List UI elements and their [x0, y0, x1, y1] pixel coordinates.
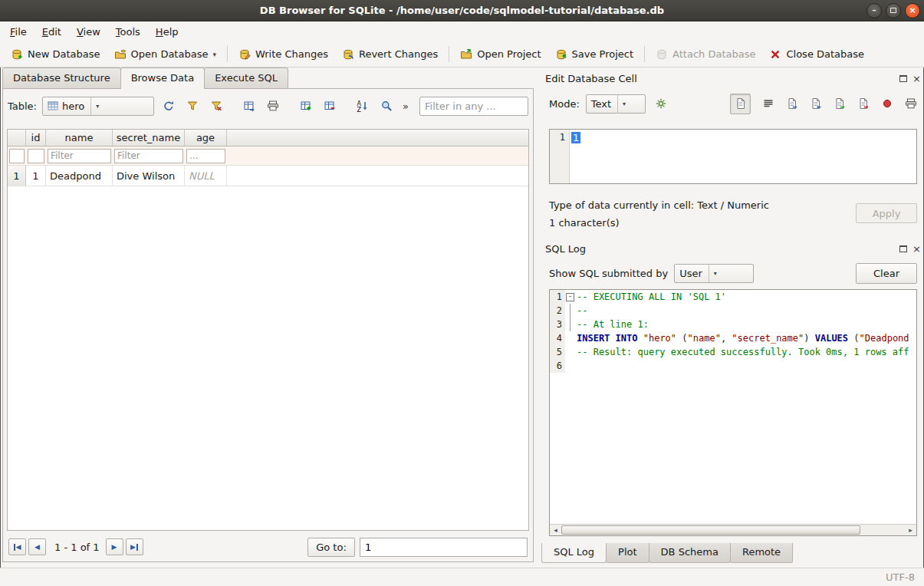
previous-record-button[interactable]: ◀ [28, 538, 46, 555]
filter-input-rownum[interactable] [9, 149, 25, 163]
open-database-button[interactable]: Open Database ▾ [107, 45, 223, 64]
gear-icon[interactable] [652, 94, 670, 113]
menu-help[interactable]: Help [148, 23, 186, 41]
filter-any-input[interactable] [419, 97, 528, 116]
scrollbar-track[interactable] [561, 525, 905, 535]
scroll-left-icon[interactable]: ◂ [550, 526, 561, 534]
sql-source-value: User [679, 268, 702, 279]
tab-database-structure[interactable]: Database Structure [2, 67, 121, 88]
filter-input-name[interactable] [48, 149, 111, 163]
cell-name[interactable]: Deadpond [46, 166, 113, 186]
cell-id[interactable]: 1 [26, 166, 46, 186]
clear-filter-icon[interactable] [207, 97, 225, 115]
text-mode-toggle[interactable] [730, 94, 751, 114]
first-record-icon [14, 544, 15, 551]
delete-record-icon[interactable] [321, 97, 339, 115]
sort-icon[interactable]: AZ [353, 97, 372, 115]
goto-input[interactable] [360, 538, 528, 557]
last-record-button[interactable]: ▶ [126, 538, 143, 555]
set-null-icon[interactable] [881, 97, 893, 110]
first-record-button[interactable]: ◀ [8, 538, 26, 555]
cell-selected-text: 1 [571, 132, 580, 143]
word-wrap-icon[interactable] [762, 97, 774, 110]
column-header-age[interactable]: age [185, 130, 227, 146]
print-icon[interactable] [264, 97, 282, 115]
import-icon[interactable] [834, 97, 846, 110]
encoding-indicator: UTF-8 [886, 571, 915, 583]
window-title: DB Browser for SQLite - /home/user/code/… [260, 5, 664, 16]
new-database-button[interactable]: New Database [4, 45, 107, 64]
insert-record-icon[interactable] [297, 97, 315, 115]
open-project-button[interactable]: Open Project [453, 45, 547, 64]
write-changes-button[interactable]: Write Changes [232, 45, 335, 64]
filter-cell [185, 146, 227, 165]
overflow-chevron[interactable]: » [401, 100, 410, 112]
find-record-icon[interactable] [377, 97, 396, 115]
cell-editor-gutter: 1 [550, 130, 570, 183]
fold-marker-icon[interactable] [565, 290, 575, 304]
sql-log-line: 6 [550, 359, 916, 373]
column-header-secret_name[interactable]: secret_name [113, 130, 185, 146]
goto-button[interactable]: Go to: [307, 538, 355, 557]
tab-plot[interactable]: Plot [606, 543, 649, 563]
open-database-dropdown-icon[interactable]: ▾ [212, 51, 216, 61]
cell-line-number: 1 [560, 132, 565, 143]
toolbar-separator [227, 46, 228, 62]
scroll-right-icon[interactable]: ▸ [905, 526, 916, 534]
tab-sql-log[interactable]: SQL Log [541, 543, 607, 563]
sql-log-view[interactable]: 1-- EXECUTING ALL IN 'SQL 1'2--3-- At li… [549, 289, 917, 536]
cell-editor[interactable]: 1 1 [549, 129, 917, 184]
minimize-button[interactable]: – [866, 3, 882, 18]
save-project-button[interactable]: Save Project [548, 45, 641, 64]
scrollbar-thumb[interactable] [561, 525, 860, 535]
filter-input-secret_name[interactable] [114, 149, 183, 163]
tab-db-schema[interactable]: DB Schema [649, 543, 731, 563]
clear-button[interactable]: Clear [856, 263, 917, 284]
export-table-icon[interactable] [240, 97, 258, 115]
cell-age[interactable]: NULL [185, 166, 227, 186]
close-database-button[interactable]: Close Database [762, 45, 871, 64]
line-number: 4 [550, 331, 565, 345]
close-panel-icon[interactable]: × [912, 74, 921, 83]
tab-remote[interactable]: Remote [730, 543, 793, 563]
maximize-button[interactable] [886, 3, 901, 18]
line-number: 1 [550, 290, 565, 304]
next-record-button[interactable]: ▶ [106, 538, 123, 555]
close-button[interactable]: × [905, 3, 920, 18]
menu-file[interactable]: File [2, 23, 35, 41]
column-header-id[interactable]: id [26, 130, 46, 146]
mode-selector[interactable]: Text ▾ [586, 94, 646, 114]
sql-source-selector[interactable]: User ▾ [674, 264, 754, 283]
cell-editor-content[interactable]: 1 [570, 130, 582, 183]
float-panel-icon[interactable] [899, 75, 907, 82]
print-icon[interactable] [905, 97, 917, 110]
refresh-icon[interactable] [159, 97, 178, 115]
fold-gutter [565, 359, 575, 373]
open-file-icon[interactable] [786, 97, 798, 110]
table-selector-value: hero [62, 100, 84, 112]
menu-tools[interactable]: Tools [108, 23, 148, 41]
filter-icon[interactable] [183, 97, 202, 115]
close-panel-icon[interactable]: × [912, 245, 921, 253]
export-icon[interactable] [857, 97, 870, 110]
filter-input-age[interactable] [186, 149, 225, 163]
grid-corner [8, 130, 26, 146]
edit-cell-dock-icons: × [899, 74, 921, 83]
column-header-name[interactable]: name [46, 130, 113, 146]
save-file-icon[interactable] [810, 97, 822, 110]
main-toolbar: New Database Open Database ▾ Write Chang… [0, 41, 924, 67]
horizontal-scrollbar[interactable]: ◂ ▸ [550, 524, 916, 535]
filter-input-id[interactable] [28, 149, 44, 163]
maximize-icon [890, 8, 896, 13]
tab-browse-data[interactable]: Browse Data [120, 67, 206, 89]
table-row[interactable]: 11DeadpondDive WilsonNULL [8, 166, 528, 186]
menu-edit[interactable]: Edit [35, 23, 69, 41]
cell-secret-name[interactable]: Dive Wilson [113, 166, 185, 186]
menu-view[interactable]: View [69, 23, 108, 41]
revert-changes-button[interactable]: Revert Changes [335, 45, 445, 64]
sql-log-code[interactable]: 1-- EXECUTING ALL IN 'SQL 1'2--3-- At li… [550, 290, 916, 524]
float-panel-icon[interactable] [899, 245, 907, 252]
tab-execute-sql[interactable]: Execute SQL [204, 67, 288, 88]
open-project-label: Open Project [477, 48, 541, 60]
table-selector[interactable]: hero ▾ [42, 97, 154, 116]
